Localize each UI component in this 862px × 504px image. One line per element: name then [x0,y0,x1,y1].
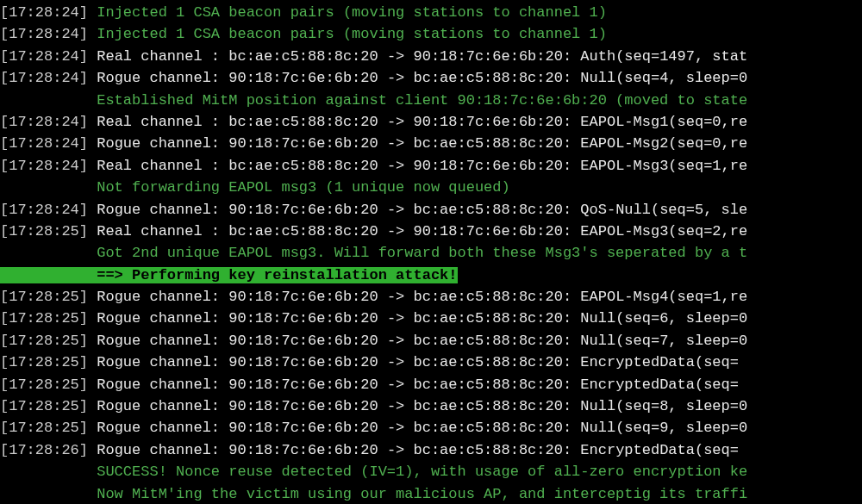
timestamp: [17:28:24] [0,135,88,152]
log-line: [17:28:25] Real channel : bc:ae:c5:88:8c… [0,221,862,242]
log-line: [17:28:25] Rogue channel: 90:18:7c:6e:6b… [0,286,862,308]
terminal-output: [17:28:24] Injected 1 CSA beacon pairs (… [0,2,862,504]
log-text: Injected 1 CSA beacon pairs (moving stat… [88,26,607,42]
log-line: ==> Performing key reinstallation attack… [0,264,862,286]
timestamp: [17:28:25] [0,223,88,240]
timestamp: [17:28:24] [0,158,88,174]
log-text: Rogue channel: 90:18:7c:6e:6b:20 -> bc:a… [88,420,747,436]
log-text: Not forwarding EAPOL msg3 (1 unique now … [0,179,510,196]
log-line: [17:28:25] Rogue channel: 90:18:7c:6e:6b… [0,417,862,439]
log-text: Rogue channel: 90:18:7c:6e:6b:20 -> bc:a… [88,376,739,393]
log-text: Rogue channel: 90:18:7c:6e:6b:20 -> bc:a… [88,354,739,370]
log-line: [17:28:25] Rogue channel: 90:18:7c:6e:6b… [0,352,862,373]
timestamp: [17:28:25] [0,289,88,305]
log-line: [17:28:25] Rogue channel: 90:18:7c:6e:6b… [0,330,862,352]
timestamp: [17:28:24] [0,114,88,130]
log-line: [17:28:24] Injected 1 CSA beacon pairs (… [0,2,862,23]
log-text: Injected 1 CSA beacon pairs (moving stat… [88,4,607,21]
log-text: Rogue channel: 90:18:7c:6e:6b:20 -> bc:a… [88,333,747,349]
timestamp: [17:28:24] [0,26,88,42]
log-line: [17:28:24] Rogue channel: 90:18:7c:6e:6b… [0,67,862,89]
timestamp: [17:28:24] [0,48,88,65]
timestamp: [17:28:25] [0,354,88,370]
timestamp: [17:28:25] [0,310,88,327]
log-text: Rogue channel: 90:18:7c:6e:6b:20 -> bc:a… [88,289,747,305]
log-text: Rogue channel: 90:18:7c:6e:6b:20 -> bc:a… [88,202,747,218]
log-line: [17:28:25] Rogue channel: 90:18:7c:6e:6b… [0,308,862,329]
log-line: [17:28:24] Injected 1 CSA beacon pairs (… [0,23,862,45]
log-text: Now MitM'ing the victim using our malici… [0,486,747,502]
log-text: SUCCESS! Nonce reuse detected (IV=1), wi… [0,464,747,480]
timestamp: [17:28:24] [0,202,88,218]
timestamp: [17:28:26] [0,442,88,458]
log-line: [17:28:24] Rogue channel: 90:18:7c:6e:6b… [0,133,862,154]
timestamp: [17:28:25] [0,398,88,414]
log-text: Got 2nd unique EAPOL msg3. Will forward … [0,245,747,261]
log-line: [17:28:25] Rogue channel: 90:18:7c:6e:6b… [0,395,862,417]
log-line: [17:28:24] Real channel : bc:ae:c5:88:8c… [0,111,862,133]
log-line: [17:28:24] Real channel : bc:ae:c5:88:8c… [0,46,862,67]
timestamp: [17:28:25] [0,376,88,393]
log-text: Established MitM position against client… [0,92,747,109]
log-text: Rogue channel: 90:18:7c:6e:6b:20 -> bc:a… [88,70,747,86]
log-text: Real channel : bc:ae:c5:88:8c:20 -> 90:1… [88,48,747,65]
log-line: Now MitM'ing the victim using our malici… [0,483,862,504]
timestamp: [17:28:24] [0,4,88,21]
log-text: Rogue channel: 90:18:7c:6e:6b:20 -> bc:a… [88,135,747,152]
log-text: ==> Performing key reinstallation attack… [0,267,458,283]
log-text: Real channel : bc:ae:c5:88:8c:20 -> 90:1… [88,114,747,130]
log-text: Real channel : bc:ae:c5:88:8c:20 -> 90:1… [88,223,747,240]
timestamp: [17:28:25] [0,333,88,349]
log-line: SUCCESS! Nonce reuse detected (IV=1), wi… [0,461,862,482]
log-line: Established MitM position against client… [0,90,862,111]
timestamp: [17:28:24] [0,70,88,86]
log-text: Real channel : bc:ae:c5:88:8c:20 -> 90:1… [88,158,747,174]
log-text: Rogue channel: 90:18:7c:6e:6b:20 -> bc:a… [88,398,747,414]
log-line: [17:28:25] Rogue channel: 90:18:7c:6e:6b… [0,374,862,395]
log-line: [17:28:26] Rogue channel: 90:18:7c:6e:6b… [0,439,862,461]
log-text: Rogue channel: 90:18:7c:6e:6b:20 -> bc:a… [88,442,739,458]
log-line: Got 2nd unique EAPOL msg3. Will forward … [0,242,862,264]
timestamp: [17:28:25] [0,420,88,436]
log-line: Not forwarding EAPOL msg3 (1 unique now … [0,177,862,198]
log-text: Rogue channel: 90:18:7c:6e:6b:20 -> bc:a… [88,310,747,327]
log-line: [17:28:24] Real channel : bc:ae:c5:88:8c… [0,155,862,177]
log-line: [17:28:24] Rogue channel: 90:18:7c:6e:6b… [0,199,862,221]
